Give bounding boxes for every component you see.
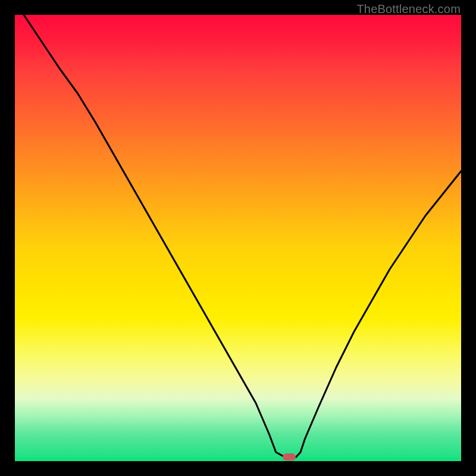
chart-stage: TheBottleneck.com xyxy=(0,0,476,476)
minimum-marker xyxy=(283,453,296,461)
plot-area xyxy=(15,15,461,461)
watermark-text: TheBottleneck.com xyxy=(356,2,461,16)
bottleneck-curve-path xyxy=(24,15,461,457)
curve-svg xyxy=(15,15,461,461)
